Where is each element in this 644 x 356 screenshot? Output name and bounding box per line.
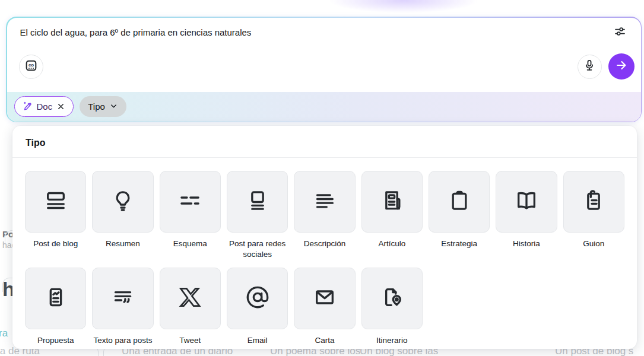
type-option-propuesta[interactable]: Propuesta <box>25 268 86 346</box>
type-tile <box>429 171 490 233</box>
microphone-icon <box>583 59 596 74</box>
type-options-grid: Post de blog Resumen <box>12 158 637 346</box>
type-tile <box>25 171 86 233</box>
blog-post-icon <box>44 189 68 215</box>
proposal-icon <box>44 285 68 312</box>
type-tile <box>227 268 288 329</box>
microphone-button[interactable] <box>578 55 602 79</box>
type-tile <box>92 268 153 329</box>
type-option-resumen[interactable]: Resumen <box>92 171 153 259</box>
script-icon <box>582 189 605 215</box>
doc-filter-chip[interactable]: Doc <box>14 96 74 117</box>
type-option-label: Esquema <box>173 239 207 249</box>
type-option-label: Post de blog <box>33 239 78 249</box>
post-text-icon <box>111 285 135 312</box>
type-tile <box>361 268 423 329</box>
co-app-icon: co <box>24 58 39 75</box>
remove-doc-filter-icon[interactable] <box>56 102 65 111</box>
submit-button[interactable] <box>608 53 635 80</box>
type-option-label: Itinerario <box>376 335 408 346</box>
type-option-label: Artículo <box>378 239 405 249</box>
background-card-corner <box>2 278 13 292</box>
settings-button[interactable] <box>614 27 627 40</box>
article-icon <box>380 189 404 215</box>
svg-text:co: co <box>28 62 33 67</box>
type-option-estrategia[interactable]: Estrategia <box>429 171 490 259</box>
type-option-label: Descripción <box>304 239 346 249</box>
outline-icon <box>178 189 202 215</box>
type-option-label: Resumen <box>106 239 140 249</box>
magic-write-pencil-icon <box>23 101 33 113</box>
type-option-post-redes[interactable]: Post para redes sociales <box>227 171 288 259</box>
apps-button[interactable]: co <box>19 55 43 79</box>
lightbulb-icon <box>111 189 135 215</box>
type-option-label: Email <box>248 335 268 346</box>
filter-chip-row: Doc Tipo <box>7 92 641 122</box>
type-option-guion[interactable]: Guion <box>563 171 624 259</box>
type-option-label: Guion <box>583 239 604 249</box>
at-sign-icon <box>246 285 269 312</box>
type-option-label: Estrategia <box>441 239 477 249</box>
type-option-label: Post para redes sociales <box>227 239 288 259</box>
type-tile <box>160 268 221 329</box>
type-option-articulo[interactable]: Artículo <box>361 171 423 259</box>
type-option-post-de-blog[interactable]: Post de blog <box>25 171 86 259</box>
type-tile <box>92 171 153 233</box>
envelope-icon <box>313 285 337 312</box>
prompt-query-text[interactable]: El ciclo del agua, para 6º de primaria e… <box>20 27 252 37</box>
type-option-descripcion[interactable]: Descripción <box>294 171 355 259</box>
type-option-label: Texto para posts <box>93 335 152 346</box>
social-post-icon <box>246 189 269 215</box>
type-tile <box>563 171 624 233</box>
type-option-tweet[interactable]: Tweet <box>160 268 221 346</box>
screen: Po hac h ra ia de ruta Una entrada de un… <box>0 0 644 356</box>
type-option-texto-para-posts[interactable]: Texto para posts <box>92 268 153 346</box>
type-option-label: Carta <box>315 335 334 346</box>
open-book-icon <box>515 189 538 215</box>
clipboard-icon <box>448 189 471 215</box>
doc-chip-label: Doc <box>37 101 53 112</box>
sliders-icon <box>614 26 626 40</box>
x-logo-icon <box>178 285 202 312</box>
type-tile <box>496 171 557 233</box>
type-option-itinerario[interactable]: Itinerario <box>361 268 423 346</box>
type-tile <box>227 171 288 233</box>
prompt-input-area[interactable]: El ciclo del agua, para 6º de primaria e… <box>7 18 641 122</box>
type-tile <box>294 171 355 233</box>
itinerary-icon <box>380 285 404 312</box>
type-tile <box>294 268 355 329</box>
type-option-email[interactable]: Email <box>227 268 288 346</box>
type-tile <box>25 268 86 329</box>
type-chip-label: Tipo <box>88 101 105 112</box>
arrow-right-icon <box>615 59 628 74</box>
panel-title: Tipo <box>12 126 637 157</box>
type-option-label: Propuesta <box>37 335 74 346</box>
type-tile <box>160 171 221 233</box>
type-dropdown-panel: Tipo Post de blog <box>12 126 637 349</box>
type-option-label: Tweet <box>179 335 201 346</box>
type-option-carta[interactable]: Carta <box>294 268 355 346</box>
description-icon <box>313 189 337 215</box>
background-glow <box>329 0 478 13</box>
prompt-card: El ciclo del agua, para 6º de primaria e… <box>6 17 642 122</box>
background-link-fragment: ra <box>0 328 8 339</box>
type-option-historia[interactable]: Historia <box>496 171 557 259</box>
type-tile <box>361 171 423 233</box>
type-option-esquema[interactable]: Esquema <box>160 171 221 259</box>
chevron-down-icon <box>109 101 118 112</box>
type-filter-chip[interactable]: Tipo <box>80 96 126 117</box>
type-option-label: Historia <box>513 239 540 249</box>
